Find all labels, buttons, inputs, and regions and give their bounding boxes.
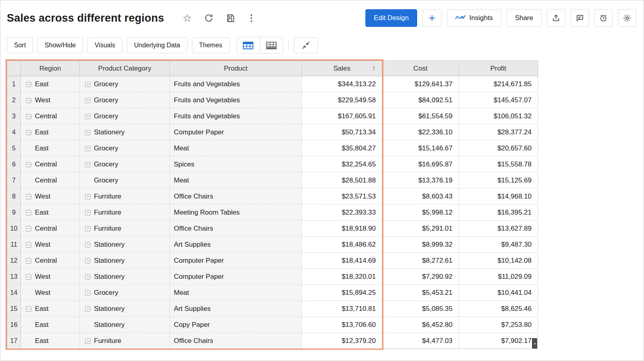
- category-cell: Grocery: [80, 172, 170, 189]
- row-number: 13: [7, 269, 21, 285]
- insights-button[interactable]: Insights: [447, 9, 501, 27]
- group-label: Central: [35, 257, 57, 264]
- profit-cell: $10,142.08: [459, 253, 538, 269]
- collapse-icon[interactable]: −: [85, 114, 90, 119]
- analytics-app-window: Sales across different regions ☆ ⋮ Edit …: [0, 0, 644, 361]
- group-label: Stationery: [94, 273, 125, 280]
- collapse-icon[interactable]: −: [85, 98, 90, 103]
- group-label: East: [35, 128, 49, 136]
- column-header-cost[interactable]: Cost: [382, 61, 459, 76]
- column-header-region[interactable]: Region: [21, 61, 80, 76]
- share-button[interactable]: Share: [507, 9, 542, 27]
- row-number: 3: [7, 108, 21, 124]
- region-cell: −West: [21, 237, 80, 253]
- collapse-icon[interactable]: −: [85, 226, 90, 231]
- sales-cell: $12,379.20: [302, 333, 382, 349]
- collapse-icon[interactable]: −: [26, 258, 31, 264]
- region-cell: Central: [21, 172, 80, 189]
- region-cell: −East: [21, 124, 80, 140]
- themes-button[interactable]: Themes: [192, 37, 230, 53]
- collapse-icon[interactable]: −: [26, 226, 31, 231]
- column-header-profit[interactable]: Profit: [459, 61, 538, 76]
- column-header-category[interactable]: Product Category: [80, 61, 170, 76]
- row-number: 10: [7, 221, 21, 237]
- save-icon[interactable]: [226, 12, 235, 24]
- settings-gear-icon[interactable]: [618, 9, 636, 27]
- group-label: Stationery: [94, 257, 125, 264]
- refresh-icon[interactable]: [204, 12, 214, 24]
- group-label: Furniture: [94, 209, 121, 216]
- product-cell: Meat: [170, 172, 302, 189]
- export-icon[interactable]: [547, 9, 565, 27]
- sales-cell: $15,894.25: [302, 285, 382, 301]
- table-body: 1−East−GroceryFruits and Vegetables$344,…: [7, 76, 538, 349]
- cost-cell: $15,146.67: [382, 140, 459, 156]
- collapse-icon[interactable]: −: [26, 194, 31, 199]
- row-number: 5: [7, 140, 21, 156]
- collapse-icon[interactable]: −: [85, 146, 90, 151]
- collapse-icon[interactable]: −: [26, 306, 31, 312]
- collapse-icon[interactable]: −: [85, 82, 90, 87]
- product-cell: Meat: [170, 140, 302, 156]
- collapse-icon[interactable]: −: [85, 274, 90, 280]
- collapse-icon[interactable]: −: [85, 339, 90, 344]
- visuals-button[interactable]: Visuals: [88, 37, 122, 53]
- collapse-fit-icon[interactable]: [294, 37, 318, 53]
- column-header-product[interactable]: Product: [170, 61, 302, 76]
- collapse-icon[interactable]: −: [85, 258, 90, 264]
- collapse-icon[interactable]: −: [26, 98, 31, 103]
- profit-cell: $214,671.85: [459, 76, 538, 92]
- product-cell: Meat: [170, 285, 302, 301]
- collapse-icon[interactable]: −: [85, 210, 90, 215]
- collapse-icon[interactable]: −: [85, 194, 90, 199]
- group-label: Stationery: [94, 305, 125, 312]
- alert-icon[interactable]: [594, 9, 613, 27]
- group-label: West: [35, 273, 50, 280]
- insights-label: Insights: [469, 14, 493, 22]
- group-label: Grocery: [94, 112, 118, 120]
- sort-ascending-icon[interactable]: ↑: [372, 65, 376, 73]
- row-number: 12: [7, 253, 21, 269]
- collapse-icon[interactable]: −: [26, 162, 31, 167]
- collapse-icon[interactable]: −: [85, 162, 90, 167]
- more-options-kebab-icon[interactable]: ⋮: [247, 12, 256, 24]
- collapse-icon[interactable]: −: [26, 274, 31, 280]
- table-row: 7CentralGroceryMeat$28,501.88$13,376.19$…: [7, 172, 538, 189]
- collapse-icon[interactable]: −: [26, 242, 31, 247]
- cost-cell: $22,336.10: [382, 124, 459, 140]
- collapse-icon[interactable]: −: [26, 114, 31, 119]
- collapse-icon[interactable]: −: [26, 82, 31, 87]
- table-row: 9−East−FurnitureMeeting Room Tables$22,3…: [7, 205, 538, 221]
- profit-cell: $7,902.17: [459, 333, 538, 349]
- category-cell: −Furniture: [80, 333, 170, 349]
- sort-button[interactable]: Sort: [7, 37, 33, 53]
- header-actions: Edit Design + Insights Share: [365, 9, 636, 27]
- cost-cell: $129,641.37: [382, 76, 459, 92]
- collapse-icon[interactable]: −: [85, 290, 90, 296]
- scrollbar-handle[interactable]: ◂: [532, 338, 537, 349]
- collapse-icon[interactable]: −: [85, 306, 90, 312]
- title-tools: ☆ ⋮: [183, 12, 256, 24]
- tabular-view-icon[interactable]: [260, 37, 283, 53]
- collapse-icon[interactable]: −: [85, 130, 90, 135]
- collapse-icon[interactable]: −: [26, 130, 31, 135]
- group-label: West: [35, 96, 50, 104]
- group-label: Central: [35, 160, 57, 168]
- add-button[interactable]: +: [422, 9, 442, 27]
- group-label: Grocery: [94, 160, 118, 168]
- sales-cell: $18,486.62: [302, 237, 382, 253]
- show-hide-button[interactable]: Show/Hide: [37, 37, 83, 53]
- collapse-icon[interactable]: −: [85, 242, 90, 247]
- column-header-sales[interactable]: Sales ↑: [302, 61, 382, 76]
- edit-design-button[interactable]: Edit Design: [365, 9, 417, 27]
- favorite-star-icon[interactable]: ☆: [183, 12, 192, 24]
- table-row: 13−West−StationeryComputer Paper$18,320.…: [7, 269, 538, 285]
- category-cell: −Stationery: [80, 301, 170, 317]
- comment-icon[interactable]: [571, 9, 589, 27]
- group-label: Grocery: [94, 80, 118, 88]
- collapse-icon[interactable]: −: [26, 210, 31, 215]
- table-row: 3−Central−GroceryFruits and Vegetables$1…: [7, 108, 538, 124]
- region-cell: −Central: [21, 156, 80, 172]
- pivot-view-icon[interactable]: [237, 37, 260, 53]
- underlying-data-button[interactable]: Underlying Data: [127, 37, 187, 53]
